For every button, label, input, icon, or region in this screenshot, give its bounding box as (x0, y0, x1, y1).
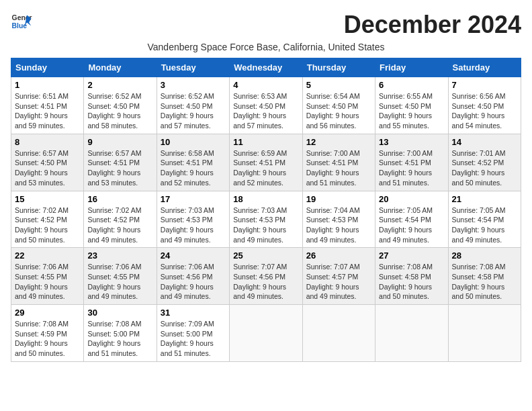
day-number: 25 (233, 250, 298, 261)
calendar-day-cell: 5 Sunrise: 6:54 AMSunset: 4:50 PMDayligh… (302, 77, 375, 134)
calendar-day-cell (230, 305, 302, 362)
day-number: 13 (379, 137, 444, 147)
calendar-day-cell: 4 Sunrise: 6:53 AMSunset: 4:50 PMDayligh… (230, 77, 302, 134)
calendar-day-cell: 19 Sunrise: 7:04 AMSunset: 4:53 PMDaylig… (302, 191, 375, 248)
day-info: Sunrise: 7:00 AMSunset: 4:51 PMDaylight:… (306, 149, 360, 187)
day-info: Sunrise: 7:02 AMSunset: 4:52 PMDaylight:… (15, 206, 69, 244)
weekday-header: Thursday (302, 58, 375, 77)
day-info: Sunrise: 7:03 AMSunset: 4:53 PMDaylight:… (161, 206, 214, 244)
logo-icon: General Blue (11, 11, 32, 32)
day-number: 2 (87, 80, 152, 90)
calendar-week-row: 8 Sunrise: 6:57 AMSunset: 4:50 PMDayligh… (11, 134, 521, 191)
calendar-day-cell: 17 Sunrise: 7:03 AMSunset: 4:53 PMDaylig… (157, 191, 229, 248)
day-info: Sunrise: 6:59 AMSunset: 4:51 PMDaylight:… (233, 149, 287, 187)
day-number: 31 (161, 308, 226, 318)
day-info: Sunrise: 7:03 AMSunset: 4:53 PMDaylight:… (233, 206, 287, 244)
day-number: 5 (306, 80, 371, 90)
weekday-header: Wednesday (230, 58, 302, 77)
day-number: 23 (87, 250, 152, 261)
day-number: 9 (87, 137, 152, 147)
day-number: 30 (87, 308, 152, 318)
calendar-day-cell: 13 Sunrise: 7:00 AMSunset: 4:51 PMDaylig… (375, 134, 448, 191)
day-number: 27 (379, 250, 444, 261)
calendar-day-cell: 28 Sunrise: 7:08 AMSunset: 4:58 PMDaylig… (448, 248, 521, 305)
calendar-week-row: 15 Sunrise: 7:02 AMSunset: 4:52 PMDaylig… (11, 191, 521, 248)
calendar-day-cell (375, 305, 448, 362)
day-info: Sunrise: 7:06 AMSunset: 4:56 PMDaylight:… (161, 263, 214, 300)
calendar-day-cell: 16 Sunrise: 7:02 AMSunset: 4:52 PMDaylig… (84, 191, 157, 248)
day-number: 22 (15, 250, 80, 261)
day-info: Sunrise: 6:52 AMSunset: 4:50 PMDaylight:… (161, 92, 214, 130)
weekday-header: Saturday (448, 58, 521, 77)
calendar-day-cell (448, 305, 521, 362)
calendar-day-cell: 2 Sunrise: 6:52 AMSunset: 4:50 PMDayligh… (84, 77, 157, 134)
day-info: Sunrise: 7:08 AMSunset: 4:58 PMDaylight:… (452, 263, 506, 300)
day-info: Sunrise: 6:57 AMSunset: 4:50 PMDaylight:… (15, 149, 69, 187)
calendar-day-cell: 14 Sunrise: 7:01 AMSunset: 4:52 PMDaylig… (448, 134, 521, 191)
month-title: December 2024 (344, 11, 521, 39)
day-info: Sunrise: 7:08 AMSunset: 4:59 PMDaylight:… (15, 320, 69, 357)
day-info: Sunrise: 7:05 AMSunset: 4:54 PMDaylight:… (379, 206, 433, 244)
calendar-day-cell: 26 Sunrise: 7:07 AMSunset: 4:57 PMDaylig… (302, 248, 375, 305)
calendar-day-cell: 24 Sunrise: 7:06 AMSunset: 4:56 PMDaylig… (157, 248, 229, 305)
day-number: 8 (15, 137, 80, 147)
calendar-day-cell: 27 Sunrise: 7:08 AMSunset: 4:58 PMDaylig… (375, 248, 448, 305)
calendar-day-cell: 9 Sunrise: 6:57 AMSunset: 4:51 PMDayligh… (84, 134, 157, 191)
calendar-day-cell: 11 Sunrise: 6:59 AMSunset: 4:51 PMDaylig… (230, 134, 302, 191)
calendar-day-cell: 12 Sunrise: 7:00 AMSunset: 4:51 PMDaylig… (302, 134, 375, 191)
day-info: Sunrise: 7:00 AMSunset: 4:51 PMDaylight:… (379, 149, 433, 187)
day-info: Sunrise: 7:08 AMSunset: 4:58 PMDaylight:… (379, 263, 433, 300)
day-number: 28 (452, 250, 517, 261)
day-info: Sunrise: 6:56 AMSunset: 4:50 PMDaylight:… (452, 92, 506, 130)
calendar-day-cell: 8 Sunrise: 6:57 AMSunset: 4:50 PMDayligh… (11, 134, 84, 191)
day-info: Sunrise: 6:54 AMSunset: 4:50 PMDaylight:… (306, 92, 360, 130)
page-header: General Blue December 2024 (11, 11, 521, 39)
calendar-week-row: 22 Sunrise: 7:06 AMSunset: 4:55 PMDaylig… (11, 248, 521, 305)
calendar-day-cell: 25 Sunrise: 7:07 AMSunset: 4:56 PMDaylig… (230, 248, 302, 305)
calendar-day-cell: 15 Sunrise: 7:02 AMSunset: 4:52 PMDaylig… (11, 191, 84, 248)
weekday-header: Sunday (11, 58, 84, 77)
day-number: 20 (379, 194, 444, 204)
day-info: Sunrise: 7:08 AMSunset: 5:00 PMDaylight:… (87, 320, 141, 357)
weekday-header-row: SundayMondayTuesdayWednesdayThursdayFrid… (11, 58, 521, 77)
day-number: 3 (161, 80, 226, 90)
day-info: Sunrise: 7:04 AMSunset: 4:53 PMDaylight:… (306, 206, 360, 244)
day-number: 29 (15, 308, 80, 318)
day-info: Sunrise: 7:01 AMSunset: 4:52 PMDaylight:… (452, 149, 506, 187)
day-info: Sunrise: 7:07 AMSunset: 4:56 PMDaylight:… (233, 263, 287, 300)
day-info: Sunrise: 7:06 AMSunset: 4:55 PMDaylight:… (15, 263, 69, 300)
day-info: Sunrise: 7:09 AMSunset: 5:00 PMDaylight:… (161, 320, 214, 357)
day-number: 15 (15, 194, 80, 204)
calendar-subtitle: Vandenberg Space Force Base, California,… (11, 42, 521, 52)
day-info: Sunrise: 6:57 AMSunset: 4:51 PMDaylight:… (87, 149, 141, 187)
calendar-day-cell: 1 Sunrise: 6:51 AMSunset: 4:51 PMDayligh… (11, 77, 84, 134)
calendar-day-cell: 7 Sunrise: 6:56 AMSunset: 4:50 PMDayligh… (448, 77, 521, 134)
day-number: 10 (161, 137, 226, 147)
day-number: 21 (452, 194, 517, 204)
calendar-day-cell: 3 Sunrise: 6:52 AMSunset: 4:50 PMDayligh… (157, 77, 229, 134)
day-number: 1 (15, 80, 80, 90)
day-number: 18 (233, 194, 298, 204)
day-number: 6 (379, 80, 444, 90)
day-number: 26 (306, 250, 371, 261)
calendar-day-cell: 6 Sunrise: 6:55 AMSunset: 4:50 PMDayligh… (375, 77, 448, 134)
calendar-day-cell: 30 Sunrise: 7:08 AMSunset: 5:00 PMDaylig… (84, 305, 157, 362)
day-number: 14 (452, 137, 517, 147)
calendar-day-cell (302, 305, 375, 362)
calendar-day-cell: 10 Sunrise: 6:58 AMSunset: 4:51 PMDaylig… (157, 134, 229, 191)
calendar-day-cell: 22 Sunrise: 7:06 AMSunset: 4:55 PMDaylig… (11, 248, 84, 305)
day-number: 4 (233, 80, 298, 90)
day-number: 11 (233, 137, 298, 147)
calendar-week-row: 1 Sunrise: 6:51 AMSunset: 4:51 PMDayligh… (11, 77, 521, 134)
calendar-day-cell: 21 Sunrise: 7:05 AMSunset: 4:54 PMDaylig… (448, 191, 521, 248)
day-info: Sunrise: 6:51 AMSunset: 4:51 PMDaylight:… (15, 92, 69, 130)
day-info: Sunrise: 7:02 AMSunset: 4:52 PMDaylight:… (87, 206, 141, 244)
day-number: 24 (161, 250, 226, 261)
calendar-day-cell: 20 Sunrise: 7:05 AMSunset: 4:54 PMDaylig… (375, 191, 448, 248)
day-info: Sunrise: 6:55 AMSunset: 4:50 PMDaylight:… (379, 92, 433, 130)
calendar-day-cell: 23 Sunrise: 7:06 AMSunset: 4:55 PMDaylig… (84, 248, 157, 305)
day-info: Sunrise: 7:05 AMSunset: 4:54 PMDaylight:… (452, 206, 506, 244)
day-info: Sunrise: 7:06 AMSunset: 4:55 PMDaylight:… (87, 263, 141, 300)
calendar-table: SundayMondayTuesdayWednesdayThursdayFrid… (11, 58, 521, 362)
day-number: 12 (306, 137, 371, 147)
